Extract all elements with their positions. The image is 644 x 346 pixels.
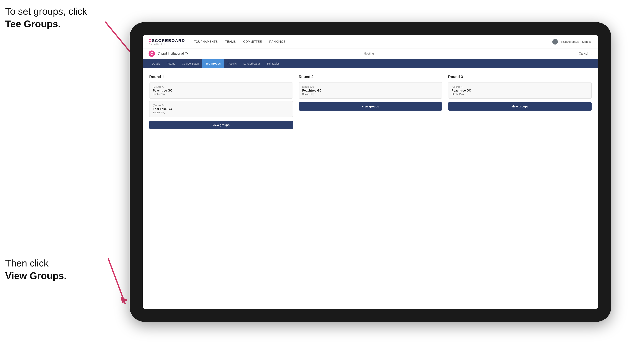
sub-nav: Details Teams Course Setup Tee Groups Re… <box>142 59 598 68</box>
round-3-column: Round 3 (Course A) Peachtree GC Stroke P… <box>448 75 592 129</box>
instruction-line1: To set groups, click <box>5 6 87 17</box>
view-groups-round-3[interactable]: View groups <box>448 102 592 111</box>
tournament-hosting: Hosting <box>364 52 374 55</box>
nav-rankings[interactable]: RANKINGS <box>269 39 286 44</box>
logo-area: CSCOREBOARD Powered by clippit <box>148 38 185 45</box>
main-content: Round 1 (Course A) Peachtree GC Stroke P… <box>142 68 598 309</box>
tournament-logo: C <box>148 50 155 57</box>
tablet-screen: CSCOREBOARD Powered by clippit TOURNAMEN… <box>142 35 598 309</box>
round-2-course-a: (Course A) Peachtree GC Stroke Play <box>299 82 442 99</box>
tournament-bar: C Clippd Invitational (M Hosting Cancel … <box>142 48 598 59</box>
round-1-title: Round 1 <box>149 75 293 79</box>
round-3-course-a-label: (Course A) <box>452 85 588 88</box>
tab-results[interactable]: Results <box>224 59 240 68</box>
round-2-title: Round 2 <box>299 75 442 79</box>
nav-right: blair@clippd.io Sign out <box>552 39 592 45</box>
svg-line-2 <box>108 259 125 303</box>
round-3-course-a-type: Stroke Play <box>452 93 588 95</box>
nav-tournaments[interactable]: TOURNAMENTS <box>194 39 218 44</box>
round-1-column: Round 1 (Course A) Peachtree GC Stroke P… <box>149 75 293 129</box>
logo-c: C <box>148 38 152 43</box>
instruction-bottom-line1: Then click <box>5 258 48 269</box>
round-1-course-a-type: Stroke Play <box>153 93 289 95</box>
tab-tee-groups[interactable]: Tee Groups <box>202 59 224 68</box>
round-1-course-b-type: Stroke Play <box>153 111 289 114</box>
tablet-frame: CSCOREBOARD Powered by clippit TOURNAMEN… <box>130 22 611 322</box>
round-1-course-b-name: East Lake GC <box>153 107 289 111</box>
tab-leaderboards[interactable]: Leaderboards <box>240 59 264 68</box>
round-3-title: Round 3 <box>448 75 592 79</box>
view-groups-round-2[interactable]: View groups <box>299 102 442 111</box>
view-groups-round-1[interactable]: View groups <box>149 121 293 129</box>
rounds-grid: Round 1 (Course A) Peachtree GC Stroke P… <box>149 75 592 129</box>
instruction-highlight-view-groups: View Groups. <box>5 270 66 281</box>
tab-printables[interactable]: Printables <box>264 59 283 68</box>
round-2-course-a-name: Peachtree GC <box>302 89 439 92</box>
instruction-top: To set groups, click Tee Groups. <box>5 5 87 30</box>
round-2-column: Round 2 (Course A) Peachtree GC Stroke P… <box>299 75 442 129</box>
round-2-course-a-type: Stroke Play <box>302 93 439 95</box>
tournament-name: Clippd Invitational (M <box>158 52 362 55</box>
tab-course-setup[interactable]: Course Setup <box>178 59 202 68</box>
nav-committee[interactable]: COMMITTEE <box>243 39 262 44</box>
nav-teams[interactable]: TEAMS <box>225 39 236 44</box>
round-3-course-a-name: Peachtree GC <box>452 89 588 92</box>
top-nav: CSCOREBOARD Powered by clippit TOURNAMEN… <box>142 35 598 48</box>
nav-links: TOURNAMENTS TEAMS COMMITTEE RANKINGS <box>194 39 552 44</box>
round-1-course-b-label: (Course B) <box>153 104 289 107</box>
round-3-course-a: (Course A) Peachtree GC Stroke Play <box>448 82 592 99</box>
round-1-course-a-label: (Course A) <box>153 85 289 88</box>
tab-details[interactable]: Details <box>148 59 164 68</box>
cancel-button[interactable]: Cancel <box>579 52 588 55</box>
round-1-course-b: (Course B) East Lake GC Stroke Play <box>149 101 293 117</box>
sign-out-link[interactable]: Sign out <box>582 40 592 43</box>
user-avatar <box>552 39 558 45</box>
instruction-highlight-tee-groups: Tee Groups. <box>5 18 61 29</box>
round-1-course-a-name: Peachtree GC <box>153 89 289 92</box>
cancel-x[interactable]: ✕ <box>590 52 592 56</box>
round-2-course-a-label: (Course A) <box>302 85 439 88</box>
logo-sub: Powered by clippit <box>148 43 185 45</box>
tab-teams[interactable]: Teams <box>164 59 178 68</box>
round-1-course-a: (Course A) Peachtree GC Stroke Play <box>149 82 293 99</box>
instruction-bottom: Then click View Groups. <box>5 257 66 282</box>
user-email: blair@clippd.io <box>561 40 579 43</box>
logo-text: CSCOREBOARD <box>148 38 185 43</box>
svg-marker-3 <box>120 297 128 303</box>
